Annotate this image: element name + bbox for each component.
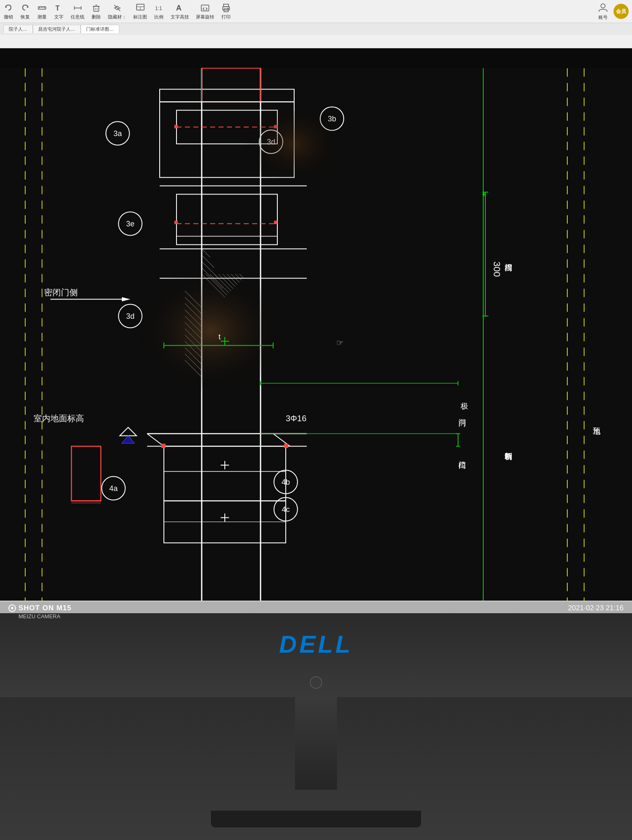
svg-text:4b: 4b: [282, 478, 290, 486]
svg-point-30: [601, 4, 605, 8]
toolbar-right: 账号 会员: [598, 3, 629, 21]
monitor-stand-neck: [295, 697, 337, 790]
monitor-stand-base: [211, 811, 421, 827]
vip-badge[interactable]: 会员: [614, 4, 629, 19]
svg-text:☞: ☞: [336, 338, 344, 347]
shot-on-text: SHOT ON M15: [18, 604, 71, 612]
svg-rect-26: [224, 4, 229, 7]
tab-1[interactable]: 院子人…: [3, 25, 33, 33]
dell-logo-area: DELL: [279, 630, 353, 658]
svg-rect-95: [168, 110, 378, 278]
toolbar-redo[interactable]: 恢复: [20, 3, 30, 20]
svg-text:300: 300: [492, 262, 502, 277]
toolbar-text-height[interactable]: A 文字高技: [171, 3, 189, 20]
toolbar-tabs: 院子人… 昌吉屯河院子人… 门标准详图…: [0, 23, 632, 35]
meizu-camera-text: MEIZU CAMERA: [18, 613, 71, 620]
toolbar-print[interactable]: 打印: [221, 3, 231, 20]
power-button[interactable]: [310, 676, 322, 689]
toolbar-delete[interactable]: 删除: [91, 3, 101, 20]
print-icon: [221, 3, 231, 13]
layout-icon: [135, 3, 145, 13]
toolbar-dimension[interactable]: 任意线: [71, 3, 84, 20]
toolbar-measure[interactable]: 测量: [37, 3, 47, 20]
delete-icon: [91, 3, 101, 13]
monitor-body: DELL: [0, 613, 632, 697]
svg-point-29: [228, 8, 229, 9]
svg-text:室内地面标高: 室内地面标高: [34, 414, 84, 423]
camera-circle-icon: [8, 604, 16, 612]
svg-rect-121: [161, 444, 166, 448]
user-icon: [598, 3, 608, 13]
tab-3[interactable]: 门标准详图…: [81, 25, 119, 33]
undo-icon: [3, 3, 13, 13]
toolbar-account[interactable]: 账号: [598, 3, 608, 21]
camera-lens-icon: [11, 607, 13, 609]
svg-text:4a: 4a: [109, 484, 118, 493]
text-height-icon: A: [175, 3, 185, 13]
toolbar-hide[interactable]: 隐藏材：: [108, 3, 126, 20]
svg-rect-11: [94, 6, 99, 11]
svg-text:T: T: [55, 5, 60, 12]
toolbar-layout[interactable]: 标注图: [133, 3, 147, 20]
monitor-bezel-bottom: [0, 601, 632, 613]
screen-move-icon: [200, 3, 210, 13]
timestamp-area: 2021·02·23 21:16: [568, 604, 624, 612]
svg-rect-25: [201, 5, 209, 11]
svg-text:3a: 3a: [113, 129, 122, 138]
svg-text:密闭门侧: 密闭门侧: [44, 288, 78, 297]
toolbar: 撤销 恢复 测量 T 文字: [0, 0, 632, 48]
svg-text:1:1: 1:1: [155, 5, 162, 11]
hide-icon: [112, 3, 122, 13]
measure-icon: [37, 3, 47, 13]
timestamp-text: 2021·02·23 21:16: [568, 604, 624, 612]
monitor-bottom-section: DELL SHOT ON M15 MEIZU CAMERA: [0, 601, 632, 840]
toolbar-top: 撤销 恢复 测量 T 文字: [0, 0, 632, 23]
toolbar-text[interactable]: T 文字: [54, 3, 64, 20]
toolbar-screen-move[interactable]: 屏幕旋转: [196, 3, 214, 20]
tab-2[interactable]: 昌吉屯河院子人…: [33, 25, 81, 33]
monitor-outer: 撤销 恢复 测量 T 文字: [0, 0, 632, 840]
dimension-icon: [73, 3, 83, 13]
scale-icon: 1:1: [154, 3, 164, 13]
shot-on-line: SHOT ON M15: [8, 604, 71, 612]
svg-text:A: A: [176, 4, 182, 12]
svg-text:3Φ16: 3Φ16: [286, 414, 306, 423]
text-icon: T: [54, 3, 64, 13]
svg-text:t: t: [219, 333, 221, 341]
redo-icon: [20, 3, 30, 13]
toolbar-undo[interactable]: 撤销: [3, 3, 13, 20]
toolbar-scale[interactable]: 1:1 比例: [154, 3, 164, 20]
watermark: SHOT ON M15 MEIZU CAMERA: [8, 604, 71, 620]
dell-logo: DELL: [279, 630, 353, 658]
svg-text:3e: 3e: [126, 220, 134, 228]
svg-rect-122: [284, 444, 288, 448]
